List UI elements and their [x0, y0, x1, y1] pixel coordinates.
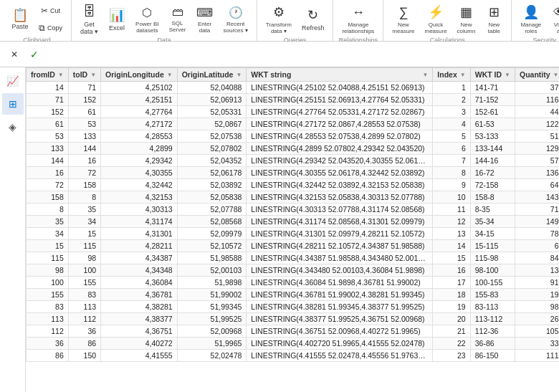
cell-wkt: LINESTRING(4.29342 52.043520,4.30355 52.… [247, 155, 433, 167]
tab-close-button[interactable]: ✕ [6, 46, 23, 63]
cell-toid: 53 [68, 118, 100, 130]
sidebar-item-table[interactable]: ⊞ [2, 93, 24, 115]
sidebar-item-chart[interactable]: 📈 [2, 70, 24, 92]
cell-index: 11 [433, 204, 470, 216]
cell-fromid: 113 [27, 313, 69, 325]
refresh-button[interactable]: ↻ Refresh [297, 3, 329, 36]
cell-wktid: 34-15 [470, 228, 515, 240]
relationships-section: ↔ Managerelationships Relationships [333, 0, 383, 41]
cell-quantity: 57 [515, 155, 559, 167]
cell-index: 9 [433, 179, 470, 191]
table-row: 100 155 4,36084 51,9898 LINESTRING(4.360… [27, 277, 560, 289]
cell-index: 14 [433, 240, 470, 252]
cell-toid: 98 [68, 252, 100, 264]
transform-button[interactable]: ⚙ Transformdata ▾ [262, 3, 296, 36]
data-section: 🗄 Getdata ▾ 📊 Excel ⬡ Power BIdatasets 🗃… [72, 0, 257, 41]
cell-originlongitude: 4,25102 [101, 82, 178, 94]
new-table-button[interactable]: ⊞ Newtable [481, 3, 507, 36]
recent-sources-button[interactable]: 🕐 Recentsources ▾ [219, 3, 252, 36]
cell-originlongitude: 4,2899 [101, 143, 178, 155]
cell-originlatitude: 52,06913 [177, 94, 247, 106]
new-measure-button[interactable]: ∑ Newmeasure [388, 3, 419, 36]
quick-measure-button[interactable]: ⚡ Quickmeasure [420, 3, 451, 36]
sidebar-item-model[interactable]: ◈ [2, 116, 24, 138]
cell-quantity: 33 [515, 338, 559, 350]
table-row: 36 86 4,40272 51,9965 LINESTRING(4.40272… [27, 338, 560, 350]
col-quantity[interactable]: Quantity▼ [515, 68, 559, 82]
wktid-dropdown-icon[interactable]: ▼ [505, 72, 510, 78]
cell-wktid: 112-36 [470, 325, 515, 338]
cell-index: 17 [433, 277, 470, 289]
cell-originlongitude: 4,30313 [101, 204, 178, 216]
table-body: 14 71 4,25102 52,04088 LINESTRING(4.2510… [27, 82, 560, 362]
copy-button[interactable]: ⧉ Copy [34, 20, 67, 36]
cell-quantity: 143 [515, 191, 559, 204]
cut-button[interactable]: ✂ Cut [34, 3, 67, 19]
cell-originlatitude: 51,99002 [177, 289, 247, 301]
cell-index: 3 [433, 106, 470, 118]
tab-check-button[interactable]: ✓ [26, 46, 43, 63]
cell-originlongitude: 4,40272 [101, 338, 178, 350]
cell-fromid: 83 [27, 301, 69, 313]
cell-quantity: 6 [515, 240, 559, 252]
cell-fromid: 14 [27, 82, 69, 94]
cell-originlongitude: 4,32442 [101, 179, 178, 191]
cell-fromid: 8 [27, 204, 69, 216]
col-wkt-id[interactable]: WKT ID▼ [470, 68, 515, 82]
index-dropdown-icon[interactable]: ▼ [460, 72, 466, 78]
cell-wkt: LINESTRING(4.30355 52.06178,4.32442 52.0… [247, 167, 433, 179]
col-originlongitude[interactable]: OriginLongitude▼ [101, 68, 178, 82]
cell-toid: 83 [68, 289, 100, 301]
data-area[interactable]: fromID▼ toID▼ OriginLongitude▼ OriginLat… [26, 67, 559, 392]
col-index[interactable]: Index▼ [433, 68, 470, 82]
table-row: 8 35 4,30313 52,07788 LINESTRING(4.30313… [27, 204, 560, 216]
toid-dropdown-icon[interactable]: ▼ [90, 72, 96, 78]
cell-quantity: 105 [515, 325, 559, 338]
cell-originlongitude: 4,28553 [101, 130, 178, 143]
new-column-button[interactable]: ▦ Newcolumn [453, 3, 480, 36]
originlongitude-dropdown-icon[interactable]: ▼ [167, 72, 173, 78]
cell-originlatitude: 52,05838 [177, 191, 247, 204]
power-bi-datasets-button[interactable]: ⬡ Power BIdatasets [131, 3, 163, 36]
col-fromid[interactable]: fromID▼ [27, 68, 69, 82]
cell-index: 6 [433, 143, 470, 155]
paste-button[interactable]: 📋 Paste [7, 3, 33, 36]
cell-quantity: 19 [515, 289, 559, 301]
col-wkt-string[interactable]: WKT string▼ [247, 68, 433, 82]
cell-toid: 61 [68, 106, 100, 118]
manage-relationships-button[interactable]: ↔ Managerelationships [338, 3, 378, 36]
cell-toid: 155 [68, 277, 100, 289]
recent-icon: 🕐 [229, 6, 243, 19]
cell-index: 15 [433, 252, 470, 264]
cell-originlatitude: 52,00968 [177, 325, 247, 338]
cell-index: 5 [433, 130, 470, 143]
get-data-button[interactable]: 🗄 Getdata ▾ [76, 3, 102, 36]
cell-quantity: 129 [515, 143, 559, 155]
cell-toid: 16 [68, 155, 100, 167]
col-toid[interactable]: toID▼ [68, 68, 100, 82]
cell-toid: 112 [68, 313, 100, 325]
manage-roles-button[interactable]: 👤 Manageroles [516, 3, 545, 36]
fromid-dropdown-icon[interactable]: ▼ [58, 72, 64, 78]
excel-button[interactable]: 📊 Excel [104, 3, 130, 36]
enter-data-button[interactable]: ⌨ Enterdata [192, 3, 218, 36]
table-row: 155 83 4,36781 51,99002 LINESTRING(4.367… [27, 289, 560, 301]
sql-server-button[interactable]: 🗃 SQLServer [165, 3, 191, 36]
cell-originlatitude: 52,08568 [177, 216, 247, 228]
cell-wktid: 158-8 [470, 191, 515, 204]
view-as-button[interactable]: 👁 Viewas [547, 3, 559, 36]
toolbar: 📋 Paste ✂ Cut ⧉ Copy Clipboard [0, 0, 559, 42]
cell-wkt: LINESTRING(4.36781 51.99002,4.38281 51.9… [247, 289, 433, 301]
cell-wktid: 115-98 [470, 252, 515, 264]
cell-wktid: 61-53 [470, 118, 515, 130]
quantity-dropdown-icon[interactable]: ▼ [553, 72, 559, 78]
cut-copy-group: ✂ Cut ⧉ Copy [34, 3, 67, 36]
originlatitude-dropdown-icon[interactable]: ▼ [236, 72, 242, 78]
cell-originlatitude: 52,00103 [177, 264, 247, 277]
col-originlatitude[interactable]: OriginLatitude▼ [177, 68, 247, 82]
cell-wkt: LINESTRING(4.25151 52.06913,4.27764 52.0… [247, 94, 433, 106]
cell-quantity: 26 [515, 313, 559, 325]
wktstring-dropdown-icon[interactable]: ▼ [422, 72, 428, 78]
cell-originlatitude: 52,07788 [177, 204, 247, 216]
new-table-icon: ⊞ [489, 4, 500, 20]
